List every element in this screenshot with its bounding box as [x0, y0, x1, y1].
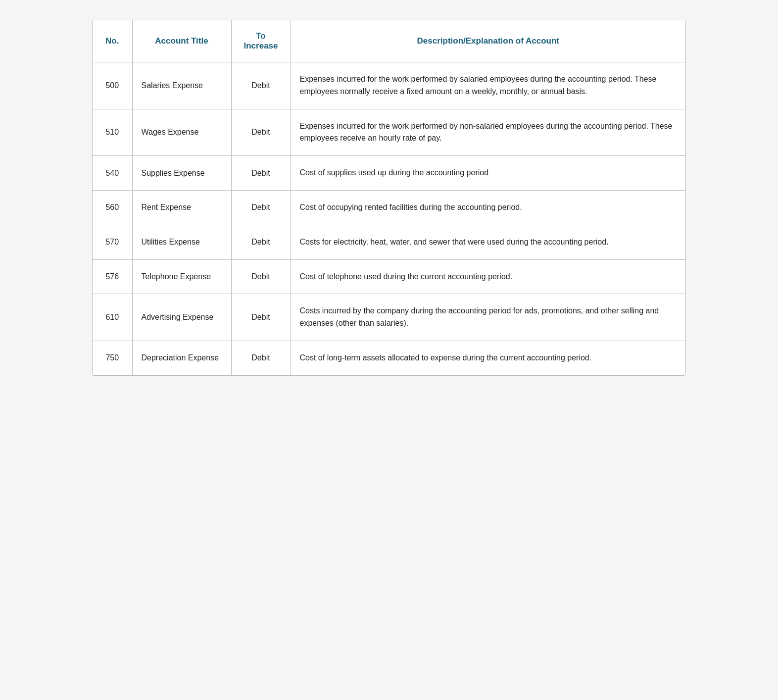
cell-account-title: Rent Expense: [132, 190, 231, 225]
cell-account-title: Advertising Expense: [132, 294, 231, 341]
cell-description: Cost of occupying rented facilities duri…: [291, 190, 685, 225]
cell-to-increase: Debit: [231, 225, 291, 259]
cell-account-title: Depreciation Expense: [132, 341, 231, 375]
cell-account-title: Utilities Expense: [132, 225, 231, 259]
header-account-title: Account Title: [132, 20, 231, 62]
cell-to-increase: Debit: [231, 156, 291, 191]
header-description: Description/Explanation of Account: [291, 20, 685, 62]
cell-no: 500: [93, 62, 132, 109]
cell-to-increase: Debit: [231, 294, 291, 341]
table-row: 570Utilities ExpenseDebitCosts for elect…: [93, 225, 685, 259]
cell-to-increase: Debit: [231, 109, 291, 156]
table-header-row: No. Account Title To Increase Descriptio…: [93, 20, 685, 62]
table-row: 560Rent ExpenseDebitCost of occupying re…: [93, 190, 685, 225]
cell-to-increase: Debit: [231, 341, 291, 375]
cell-no: 570: [93, 225, 132, 259]
cell-description: Cost of supplies used up during the acco…: [291, 156, 685, 191]
cell-description: Expenses incurred for the work performed…: [291, 62, 685, 109]
cell-description: Costs for electricity, heat, water, and …: [291, 225, 685, 259]
cell-description: Cost of telephone used during the curren…: [291, 259, 685, 294]
table-row: 750Depreciation ExpenseDebitCost of long…: [93, 341, 685, 375]
cell-no: 540: [93, 156, 132, 191]
header-no: No.: [93, 20, 132, 62]
cell-to-increase: Debit: [231, 190, 291, 225]
cell-account-title: Salaries Expense: [132, 62, 231, 109]
cell-to-increase: Debit: [231, 259, 291, 294]
cell-description: Cost of long-term assets allocated to ex…: [291, 341, 685, 375]
accounts-table: No. Account Title To Increase Descriptio…: [93, 20, 685, 375]
cell-no: 750: [93, 341, 132, 375]
cell-no: 560: [93, 190, 132, 225]
cell-account-title: Wages Expense: [132, 109, 231, 156]
cell-to-increase: Debit: [231, 62, 291, 109]
cell-no: 510: [93, 109, 132, 156]
cell-description: Costs incurred by the company during the…: [291, 294, 685, 341]
cell-no: 610: [93, 294, 132, 341]
main-table-wrapper: No. Account Title To Increase Descriptio…: [92, 20, 686, 376]
table-row: 500Salaries ExpenseDebitExpenses incurre…: [93, 62, 685, 109]
cell-account-title: Supplies Expense: [132, 156, 231, 191]
table-body: 500Salaries ExpenseDebitExpenses incurre…: [93, 62, 685, 375]
table-row: 540Supplies ExpenseDebitCost of supplies…: [93, 156, 685, 191]
table-row: 576Telephone ExpenseDebitCost of telepho…: [93, 259, 685, 294]
header-to-increase: To Increase: [231, 20, 291, 62]
table-row: 510Wages ExpenseDebitExpenses incurred f…: [93, 109, 685, 156]
cell-description: Expenses incurred for the work performed…: [291, 109, 685, 156]
cell-account-title: Telephone Expense: [132, 259, 231, 294]
table-row: 610Advertising ExpenseDebitCosts incurre…: [93, 294, 685, 341]
cell-no: 576: [93, 259, 132, 294]
